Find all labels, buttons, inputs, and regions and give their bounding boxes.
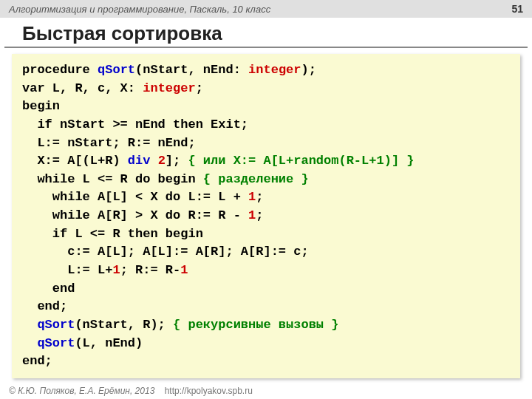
code-line: var L, R, c, X: integer; xyxy=(22,80,510,98)
code-line: procedure qSort(nStart, nEnd: integer); xyxy=(22,61,510,80)
code-line: end xyxy=(22,280,510,299)
footer: © К.Ю. Поляков, Е.А. Ерёмин, 2013 http:/… xyxy=(9,386,253,396)
code-line: L:= L+1; R:= R-1 xyxy=(22,262,510,280)
code-line: X:= A[(L+R) div 2]; { или X:= A[L+random… xyxy=(22,152,510,171)
course-label: Алгоритмизация и программирование, Паска… xyxy=(9,4,270,15)
code-line: while L <= R do begin { разделение } xyxy=(22,171,510,189)
code-line: end; xyxy=(22,352,510,371)
code-line: c:= A[L]; A[L]:= A[R]; A[R]:= c; xyxy=(22,243,510,262)
page-number: 51 xyxy=(511,3,523,15)
code-line: while A[L] < X do L:= L + 1; xyxy=(22,188,510,207)
page-title: Быстрая сортировка xyxy=(4,18,528,48)
code-line: qSort(nStart, R); { рекурсивные вызовы } xyxy=(22,316,510,335)
code-line: if L <= R then begin xyxy=(22,225,510,244)
code-line: L:= nStart; R:= nEnd; xyxy=(22,134,510,153)
code-line: while A[R] > X do R:= R - 1; xyxy=(22,207,510,225)
code-line: if nStart >= nEnd then Exit; xyxy=(22,116,510,134)
code-line: qSort(L, nEnd) xyxy=(22,335,510,353)
code-line: begin xyxy=(22,98,510,116)
header-bar: Алгоритмизация и программирование, Паска… xyxy=(0,0,532,18)
footer-authors: © К.Ю. Поляков, Е.А. Ерёмин, 2013 xyxy=(9,386,154,396)
code-line: end; xyxy=(22,298,510,316)
footer-url: http://kpolyakov.spb.ru xyxy=(165,386,253,396)
code-block: procedure qSort(nStart, nEnd: integer); … xyxy=(12,54,520,378)
